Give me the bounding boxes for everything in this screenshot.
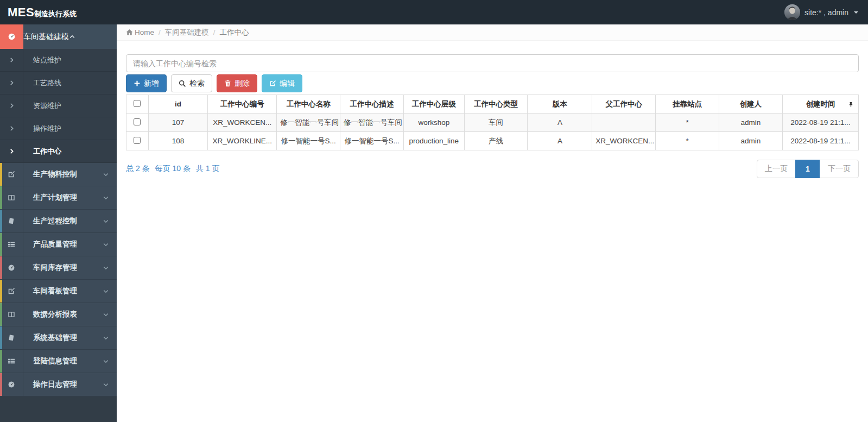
sidebar-item-plan-management[interactable]: 生产计划管理 xyxy=(0,186,117,210)
table-row[interactable]: 108 XR_WORKLINE... 修一智能一号S... 修一智能一号S...… xyxy=(126,132,859,150)
home-icon xyxy=(126,29,133,36)
sidebar-item-process-control[interactable]: 生产过程控制 xyxy=(0,210,117,233)
chevron-down-icon xyxy=(103,288,109,294)
columns-icon xyxy=(0,303,23,326)
chevron-down-icon xyxy=(103,218,109,224)
column-header-code: 工作中心编号 xyxy=(208,95,277,114)
sidebar-item-label: 系统基础管理 xyxy=(23,333,103,343)
chevron-right-icon xyxy=(0,49,23,71)
column-header-created: 创建时间 xyxy=(782,95,858,114)
sidebar-subitem-operation[interactable]: 操作维护 xyxy=(0,117,117,140)
user-menu[interactable]: site:* , admin xyxy=(784,4,868,20)
app-title-short: MES xyxy=(8,5,34,20)
page-size: 每页 10 条 xyxy=(155,164,191,174)
chevron-down-icon xyxy=(103,335,109,341)
caret-down-icon xyxy=(854,11,858,14)
breadcrumb-current: 工作中心 xyxy=(220,28,249,37)
sidebar: 车间基础建模 站点维护 工艺路线 资源维护 操作维护 工作中心 生产物料控制 生… xyxy=(0,24,117,422)
row-checkbox[interactable] xyxy=(134,137,141,144)
column-header-id: id xyxy=(148,95,208,114)
sidebar-subitem-resource[interactable]: 资源维护 xyxy=(0,95,117,117)
sidebar-item-workshop-modeling[interactable]: 车间基础建模 xyxy=(0,24,117,49)
sidebar-item-label: 生产计划管理 xyxy=(23,193,103,203)
table-row[interactable]: 107 XR_WORKCEN... 修一智能一号车间 修一智能一号车间 work… xyxy=(126,114,859,132)
prev-page-button[interactable]: 上一页 xyxy=(757,160,796,178)
breadcrumb-home-link[interactable]: Home xyxy=(126,28,154,36)
avatar xyxy=(784,4,800,20)
edit-icon xyxy=(269,80,276,87)
sidebar-item-operation-logs[interactable]: 操作日志管理 xyxy=(0,373,117,396)
columns-icon xyxy=(0,186,23,209)
main-content: Home / 车间基础建模 / 工作中心 新增 检索 删除 编辑 xyxy=(117,24,868,422)
table-header-row: id 工作中心编号 工作中心名称 工作中心描述 工作中心层级 工作中心类型 版本… xyxy=(126,95,859,114)
color-strip xyxy=(0,186,2,209)
user-label: site:* , admin xyxy=(804,8,848,17)
breadcrumb-separator: / xyxy=(213,28,216,36)
breadcrumb-separator: / xyxy=(159,28,161,36)
sidebar-item-label: 车间基础建模 xyxy=(23,32,69,42)
color-strip xyxy=(0,326,2,349)
breadcrumb: Home / 车间基础建模 / 工作中心 xyxy=(117,24,868,41)
chevron-down-icon xyxy=(103,264,109,271)
chevron-right-icon xyxy=(0,117,23,140)
color-strip xyxy=(0,350,2,373)
sidebar-item-board-management[interactable]: 车间看板管理 xyxy=(0,280,117,303)
search-input[interactable] xyxy=(126,54,859,72)
search-button[interactable]: 检索 xyxy=(171,74,212,92)
breadcrumb-parent-link[interactable]: 车间基础建模 xyxy=(165,28,209,37)
dashboard-icon xyxy=(0,24,23,49)
column-header-station: 挂靠站点 xyxy=(656,95,719,114)
column-header-version: 版本 xyxy=(528,95,592,114)
chevron-down-icon xyxy=(103,194,109,201)
chevron-right-icon xyxy=(0,140,23,162)
chevron-down-icon xyxy=(103,311,109,318)
pagination-summary: 总 2 条 每页 10 条 共 1 页 xyxy=(126,164,220,174)
sidebar-item-label: 数据分析报表 xyxy=(23,310,103,319)
sidebar-subitem-station[interactable]: 站点维护 xyxy=(0,49,117,72)
sidebar-item-label: 登陆信息管理 xyxy=(23,356,103,366)
sidebar-item-material-control[interactable]: 生产物料控制 xyxy=(0,163,117,186)
app-logo[interactable]: MES制造执行系统 xyxy=(0,5,117,20)
next-page-button[interactable]: 下一页 xyxy=(820,160,859,178)
dashboard-icon xyxy=(0,373,23,396)
color-strip xyxy=(0,163,2,186)
dashboard-icon xyxy=(0,256,23,279)
search-icon xyxy=(179,80,186,87)
sidebar-item-label: 车间看板管理 xyxy=(23,286,103,296)
app-title-rest: 制造执行系统 xyxy=(34,9,77,19)
trash-icon xyxy=(224,80,231,87)
add-button[interactable]: 新增 xyxy=(126,74,167,92)
book-icon xyxy=(0,326,23,349)
sidebar-subitem-process-route[interactable]: 工艺路线 xyxy=(0,72,117,95)
chevron-down-icon xyxy=(103,381,109,388)
color-strip xyxy=(0,233,2,256)
color-strip xyxy=(0,256,2,279)
sidebar-item-analysis-reports[interactable]: 数据分析报表 xyxy=(0,303,117,326)
column-header-name: 工作中心名称 xyxy=(277,95,340,114)
chevron-down-icon xyxy=(103,241,109,248)
pagination: 上一页 1 下一页 xyxy=(757,160,859,178)
delete-button[interactable]: 删除 xyxy=(217,74,257,92)
sidebar-item-login-info[interactable]: 登陆信息管理 xyxy=(0,350,117,373)
book-icon xyxy=(0,210,23,232)
sidebar-item-label: 生产过程控制 xyxy=(23,216,103,226)
sidebar-item-quality-management[interactable]: 产品质量管理 xyxy=(0,233,117,256)
column-header-parent: 父工作中心 xyxy=(592,95,656,114)
sidebar-item-label: 操作日志管理 xyxy=(23,380,103,389)
sidebar-item-inventory-management[interactable]: 车间库存管理 xyxy=(0,256,117,280)
chevron-right-icon xyxy=(0,72,23,94)
sidebar-item-label: 车间库存管理 xyxy=(23,263,103,273)
edit-button[interactable]: 编辑 xyxy=(262,74,302,92)
total-count: 总 2 条 xyxy=(126,164,150,174)
color-strip xyxy=(0,210,2,232)
color-strip xyxy=(0,373,2,396)
select-all-checkbox[interactable] xyxy=(134,100,141,107)
page-1-button[interactable]: 1 xyxy=(795,160,820,178)
list-icon xyxy=(0,350,23,373)
sidebar-item-system-management[interactable]: 系统基础管理 xyxy=(0,326,117,350)
work-center-table: id 工作中心编号 工作中心名称 工作中心描述 工作中心层级 工作中心类型 版本… xyxy=(126,95,859,150)
column-header-level: 工作中心层级 xyxy=(403,95,464,114)
plus-icon xyxy=(134,80,141,87)
sidebar-subitem-work-center[interactable]: 工作中心 xyxy=(0,140,117,163)
row-checkbox[interactable] xyxy=(134,118,141,125)
